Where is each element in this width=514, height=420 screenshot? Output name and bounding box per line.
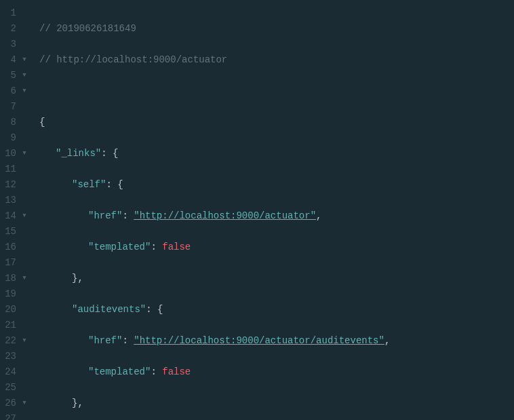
fold-marker[interactable]: ▼	[20, 68, 28, 83]
line-number[interactable]: 18	[3, 271, 16, 286]
fold-marker[interactable]: ▼	[20, 146, 28, 161]
line-number[interactable]: 11	[3, 161, 16, 177]
fold-marker[interactable]	[20, 411, 28, 420]
json-key-templated: "templated"	[88, 366, 151, 377]
fold-marker[interactable]: ▼	[20, 271, 28, 286]
line-number[interactable]: 9	[3, 130, 16, 146]
href-link-self[interactable]: "http://localhost:9000/actuator"	[134, 210, 316, 221]
line-number[interactable]: 4	[3, 52, 16, 68]
fold-marker[interactable]	[20, 115, 28, 130]
line-number[interactable]: 10	[3, 146, 16, 161]
json-key-href: "href"	[88, 210, 122, 221]
open-brace: {	[117, 179, 123, 190]
comment-timestamp: // 20190626181649	[39, 23, 136, 34]
line-number[interactable]: 15	[3, 224, 16, 240]
line-number[interactable]: 19	[3, 286, 16, 302]
json-key-templated: "templated"	[88, 242, 151, 252]
fold-marker[interactable]	[20, 193, 28, 208]
fold-marker[interactable]	[20, 286, 28, 302]
line-number[interactable]: 25	[3, 380, 16, 396]
line-number[interactable]: 20	[3, 302, 16, 318]
line-number-gutter: 1 2 3 4 5 6 7 8 9 10 11 12 13 14 15 16 1…	[0, 0, 20, 420]
fold-marker[interactable]: ▼	[20, 333, 28, 349]
json-key-links: "_links"	[56, 148, 101, 159]
fold-marker[interactable]	[20, 302, 28, 318]
fold-marker[interactable]	[20, 255, 28, 271]
fold-marker[interactable]	[20, 224, 28, 240]
line-number[interactable]: 21	[3, 318, 16, 333]
fold-marker[interactable]	[20, 240, 28, 255]
open-brace: {	[39, 117, 45, 128]
colon: :	[151, 366, 162, 377]
line-number[interactable]: 6	[3, 83, 16, 99]
open-brace: {	[157, 304, 163, 315]
code-editor: 1 2 3 4 5 6 7 8 9 10 11 12 13 14 15 16 1…	[0, 0, 514, 420]
line-number[interactable]: 7	[3, 99, 16, 115]
line-number[interactable]: 2	[3, 21, 16, 37]
line-number[interactable]: 5	[3, 68, 16, 83]
colon: :	[122, 335, 134, 346]
comment-url: // http://localhost:9000/actuator	[39, 54, 227, 65]
line-number[interactable]: 8	[3, 115, 16, 130]
fold-marker[interactable]: ▼	[20, 83, 28, 99]
fold-marker[interactable]	[20, 364, 28, 380]
fold-marker[interactable]	[20, 318, 28, 333]
fold-marker[interactable]: ▼	[20, 52, 28, 68]
fold-marker[interactable]	[20, 21, 28, 37]
fold-marker[interactable]	[20, 5, 28, 21]
bool-false: false	[162, 366, 191, 377]
line-number[interactable]: 27	[3, 411, 16, 420]
fold-marker[interactable]	[20, 380, 28, 396]
line-number[interactable]: 26	[3, 396, 16, 411]
json-key-href: "href"	[88, 335, 122, 346]
line-number[interactable]: 1	[3, 5, 16, 21]
line-number[interactable]: 22	[3, 333, 16, 349]
fold-marker[interactable]: ▼	[20, 208, 28, 224]
bool-false: false	[162, 242, 191, 252]
fold-marker[interactable]	[20, 99, 28, 115]
fold-marker[interactable]	[20, 161, 28, 177]
line-number[interactable]: 13	[3, 193, 16, 208]
close-brace: },	[72, 273, 83, 284]
fold-marker[interactable]	[20, 130, 28, 146]
line-number[interactable]: 17	[3, 255, 16, 271]
code-area[interactable]: // 20190626181649 // http://localhost:90…	[31, 0, 514, 420]
fold-gutter: ▼ ▼ ▼ ▼ ▼ ▼ ▼ ▼	[20, 0, 31, 420]
line-number[interactable]: 12	[3, 177, 16, 193]
colon: :	[101, 148, 113, 159]
colon: :	[106, 179, 117, 190]
comma: ,	[384, 335, 390, 346]
open-brace: {	[113, 148, 118, 159]
colon: :	[122, 210, 134, 221]
close-brace: },	[72, 398, 83, 408]
colon: :	[151, 242, 162, 252]
fold-marker[interactable]	[20, 37, 28, 52]
href-link-auditevents[interactable]: "http://localhost:9000/actuator/auditeve…	[134, 335, 384, 346]
fold-marker[interactable]: ▼	[20, 396, 28, 411]
comma: ,	[316, 210, 321, 221]
fold-marker[interactable]	[20, 177, 28, 193]
colon: :	[146, 304, 157, 315]
line-number[interactable]: 24	[3, 364, 16, 380]
fold-marker[interactable]	[20, 349, 28, 364]
line-number[interactable]: 16	[3, 240, 16, 255]
json-key-auditevents: "auditevents"	[72, 304, 146, 315]
line-number[interactable]: 3	[3, 37, 16, 52]
json-key-self: "self"	[72, 179, 106, 190]
line-number[interactable]: 14	[3, 208, 16, 224]
line-number[interactable]: 23	[3, 349, 16, 364]
